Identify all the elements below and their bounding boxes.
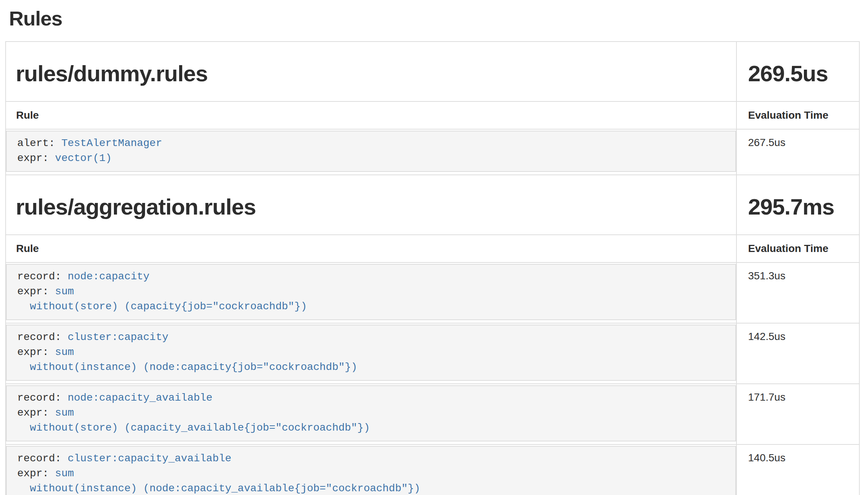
rule-link[interactable]: without(instance) (node:capacity{job="co…: [30, 361, 358, 373]
rule-keyword: [17, 361, 30, 373]
rule-row: record: node:capacity_available expr: su…: [6, 384, 859, 444]
rule-keyword: [17, 483, 30, 494]
rule-keyword: record:: [17, 392, 67, 404]
rule-link[interactable]: without(store) (capacity_available{job="…: [30, 422, 370, 434]
rule-link[interactable]: sum: [55, 468, 74, 479]
column-header-row: Rule Evaluation Time: [6, 235, 859, 262]
rule-link[interactable]: without(store) (capacity{job="cockroachd…: [30, 301, 307, 312]
rule-column-header: Rule: [6, 101, 736, 129]
rule-link[interactable]: node:capacity: [67, 271, 149, 282]
rule-keyword: [17, 422, 30, 434]
rule-link[interactable]: sum: [55, 286, 74, 297]
rule-keyword: expr:: [17, 346, 55, 358]
rule-keyword: record:: [17, 453, 67, 464]
rule-row: alert: TestAlertManager expr: vector(1) …: [6, 129, 859, 175]
rule-column-header: Rule: [6, 235, 736, 262]
rule-link[interactable]: cluster:capacity_available: [67, 453, 231, 464]
rule-link[interactable]: without(instance) (node:capacity_availab…: [30, 483, 421, 494]
rule-evaluation-time: 171.7us: [736, 384, 859, 444]
rule-definition: record: node:capacity_available expr: su…: [6, 385, 736, 441]
rule-definition: record: cluster:capacity_available expr:…: [6, 446, 736, 495]
rule-evaluation-time: 267.5us: [736, 129, 859, 175]
rule-group-name: rules/aggregation.rules: [16, 192, 736, 222]
rule-keyword: expr:: [17, 286, 55, 297]
rule-definition: record: node:capacity expr: sum without(…: [6, 264, 736, 320]
rule-evaluation-time: 351.3us: [736, 262, 859, 323]
rule-link[interactable]: sum: [55, 346, 74, 358]
rule-definition: record: cluster:capacity expr: sum witho…: [6, 325, 736, 381]
rule-keyword: expr:: [17, 468, 55, 479]
page-title: Rules: [9, 7, 868, 30]
rule-row: record: cluster:capacity expr: sum witho…: [6, 323, 859, 384]
rule-link[interactable]: node:capacity_available: [67, 392, 212, 404]
rule-definition: alert: TestAlertManager expr: vector(1): [6, 131, 736, 172]
rule-group-evaluation-time: 295.7ms: [748, 192, 859, 222]
rule-link[interactable]: cluster:capacity: [67, 331, 168, 343]
rule-link[interactable]: vector(1): [55, 152, 112, 164]
rule-evaluation-time: 142.5us: [736, 323, 859, 384]
rule-link[interactable]: TestAlertManager: [61, 137, 162, 149]
rule-keyword: record:: [17, 271, 67, 282]
rule-group-header-row: rules/aggregation.rules 295.7ms: [6, 175, 859, 235]
rule-keyword: expr:: [17, 407, 55, 419]
evaluation-time-column-header: Evaluation Time: [736, 101, 859, 129]
rule-keyword: alert:: [17, 137, 61, 149]
rule-row: record: node:capacity expr: sum without(…: [6, 262, 859, 323]
column-header-row: Rule Evaluation Time: [6, 101, 859, 129]
rule-keyword: expr:: [17, 152, 55, 164]
rule-keyword: [17, 301, 30, 312]
rule-group-evaluation-time: 269.5us: [748, 59, 859, 88]
rule-link[interactable]: sum: [55, 407, 74, 419]
rule-group-header-row: rules/dummy.rules 269.5us: [6, 42, 859, 101]
rule-evaluation-time: 140.5us: [736, 444, 859, 495]
rules-table: rules/dummy.rules 269.5us Rule Evaluatio…: [5, 41, 860, 495]
rule-keyword: record:: [17, 331, 67, 343]
rule-group-name: rules/dummy.rules: [16, 59, 736, 88]
rule-row: record: cluster:capacity_available expr:…: [6, 444, 859, 495]
evaluation-time-column-header: Evaluation Time: [736, 235, 859, 262]
